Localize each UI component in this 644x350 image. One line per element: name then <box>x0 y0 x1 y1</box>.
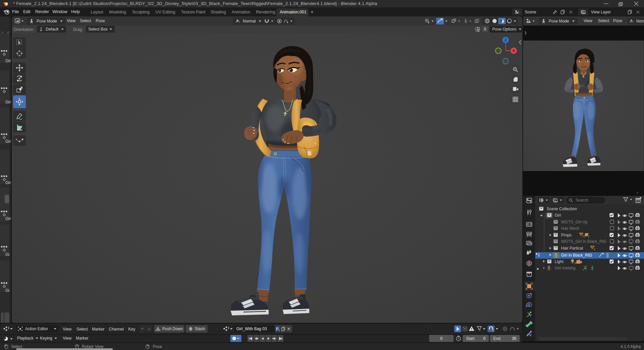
svg-text:2: 2 <box>588 234 589 238</box>
svg-text:4: 4 <box>574 261 576 265</box>
svg-text:2: 2 <box>594 248 595 251</box>
svg-text:A: A <box>314 142 316 145</box>
svg-text:Z: Z <box>505 38 507 42</box>
svg-text:X: X <box>512 49 515 53</box>
